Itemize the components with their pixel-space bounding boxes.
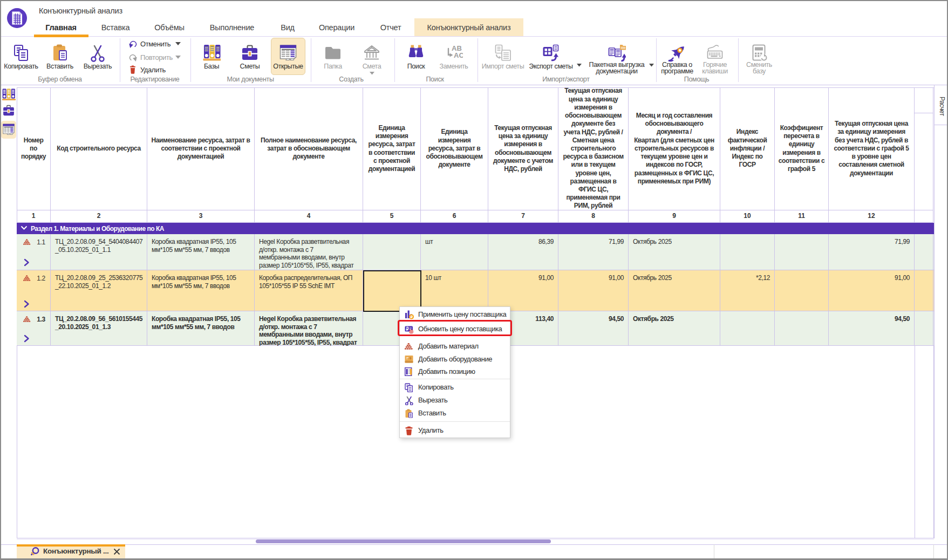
svg-text:AC: AC — [454, 51, 463, 59]
svg-text:₽: ₽ — [411, 315, 413, 319]
